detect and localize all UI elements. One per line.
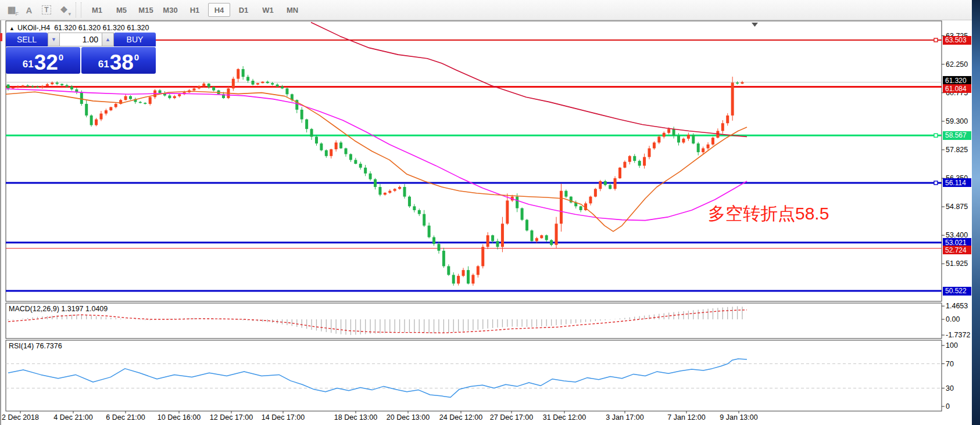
objects-tool-icon-icon[interactable]: ❖▾ [56,2,72,17]
buy-price-button[interactable]: 61 38 0 [81,47,156,74]
window-edge-strip [972,0,980,425]
price-level-label: 58.567 [943,131,971,140]
price-level-label: 50.522 [943,287,971,296]
timeframe-button-m15[interactable]: M15 [135,3,157,17]
rsi-axis-tick: 70 [946,360,954,368]
time-axis-label: 4 Dec 21:00 [53,413,92,422]
rsi-indicator-title: RSI(14) 76.7376 [9,342,62,350]
time-axis-label: 10 Dec 16:00 [158,413,201,422]
rsi-axis-tick: 30 [946,384,954,392]
time-axis-label: 7 Jan 12:00 [667,413,705,422]
buy-button[interactable]: BUY [114,33,156,46]
timeframe-button-mn[interactable]: MN [281,3,303,17]
macd-axis-tick: 1.4653 [946,302,968,310]
price-level-label: 61.320 [943,76,971,85]
bid-main: 32 [34,53,58,73]
price-level-label: 61.084 [943,84,971,93]
window-left-border [0,20,1,425]
ohlc-quotes: 61.320 61.320 61.320 61.320 [54,24,149,32]
timeframe-button-w1[interactable]: W1 [257,3,279,17]
ask-pip: 0 [134,52,139,62]
price-level-label: 52.724 [943,246,971,254]
symbol-marker-icon: ▲ [9,26,15,31]
time-axis-label: 14 Dec 17:00 [262,413,305,422]
rsi-axis-tick: 100 [946,341,958,350]
price-axis-tick: 62.250 [946,60,968,69]
price-level-label: 56.114 [943,178,971,187]
ask-prefix: 61 [98,59,109,70]
font-tool-icon-icon[interactable]: A [21,2,37,17]
price-axis-tick: 54.875 [946,203,968,211]
macd-indicator-title: MACD(12,26,9) 1.3197 1.0409 [9,305,108,313]
new-order-grid-icon-icon[interactable]: ▦F [3,2,20,17]
ask-main: 38 [110,53,134,73]
time-axis-label: 3 Jan 17:00 [606,413,643,422]
left-edge-marker [0,33,2,41]
chart-header: ▲UKOil-,H4 61.320 61.320 61.320 61.320 [9,24,149,32]
price-axis-tick: 59.300 [946,117,968,125]
chart-annotation-text: 多空转折点58.5 [708,202,829,226]
symbol-title: UKOil-,H4 [17,24,50,32]
price-axis-tick: 57.825 [946,146,968,154]
toolbar: ▦FAT❖▾ M1M5M15M30H1H4D1W1MN [0,0,972,20]
toolbar-separator [76,2,81,17]
price-axis-tick: 51.925 [946,260,968,268]
time-axis-label: 27 Dec 17:00 [490,413,533,422]
time-axis-label: 9 Jan 13:00 [720,413,757,422]
time-axis-label: 6 Dec 21:00 [106,413,145,422]
bid-pip: 0 [59,52,63,62]
sell-price-button[interactable]: 61 32 0 [6,47,80,74]
rsi-axis-tick: 0 [946,402,950,410]
timeframe-button-m5[interactable]: M5 [110,3,133,17]
timeframe-button-h1[interactable]: H1 [184,3,206,17]
timeframe-button-d1[interactable]: D1 [233,3,255,17]
time-axis-label: 2 Dec 2018 [2,413,39,422]
time-axis-label: 31 Dec 12:00 [543,413,586,422]
text-label-tool-icon-icon[interactable]: T [38,2,55,17]
time-axis-label: 12 Dec 17:00 [210,413,253,422]
sell-button[interactable]: SELL [6,33,48,46]
volume-input[interactable] [60,33,102,46]
bid-prefix: 61 [23,59,34,70]
timeframe-button-m30[interactable]: M30 [159,3,181,17]
timeframe-button-h4[interactable]: H4 [208,3,230,17]
timeframe-button-m1[interactable]: M1 [86,3,108,17]
time-axis-label: 24 Dec 12:00 [439,413,482,422]
time-axis-label: 18 Dec 13:00 [334,413,377,422]
macd-axis-tick: -1.7372 [946,331,970,339]
time-axis-label: 20 Dec 13:00 [387,413,430,422]
macd-axis-tick: 0.00 [946,315,960,323]
volume-increase-button[interactable]: ▲ [102,33,114,46]
price-level-label: 63.503 [943,36,971,45]
volume-decrease-button[interactable]: ▼ [48,33,60,46]
one-click-trading-panel: SELL ▼ ▲ BUY 61 32 0 61 38 0 [6,33,156,74]
